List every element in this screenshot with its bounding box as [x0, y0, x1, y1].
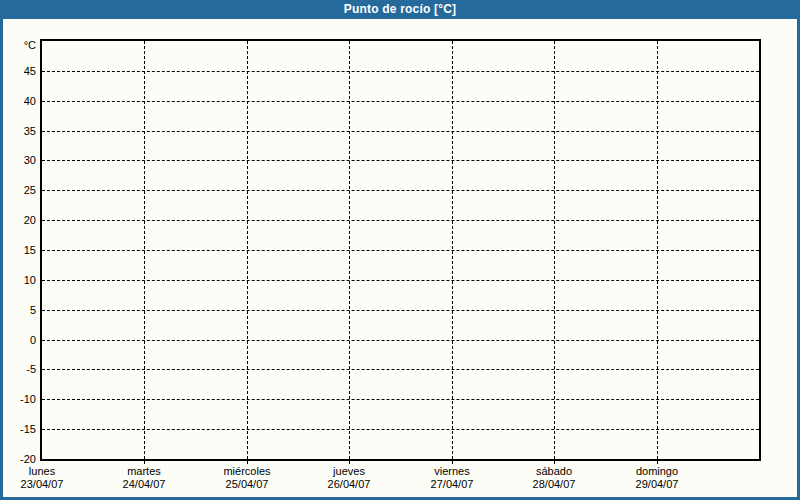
- v-gridline: [144, 41, 145, 459]
- x-axis-tick: [452, 461, 453, 464]
- x-day-date: 24/04/07: [123, 478, 166, 491]
- chart-title-bar: Punto de rocío [°C]: [0, 0, 800, 19]
- x-day-name: sábado: [533, 465, 576, 478]
- x-axis-tick: [657, 461, 658, 464]
- y-axis-unit-label: °C: [0, 39, 36, 52]
- h-gridline: [42, 220, 759, 221]
- x-day-date: 26/04/07: [328, 478, 371, 491]
- y-tick-label: 15: [0, 244, 36, 257]
- h-gridline: [42, 71, 759, 72]
- y-tick-label: 0: [0, 334, 36, 347]
- y-tick-label: 40: [0, 95, 36, 108]
- h-gridline: [42, 429, 759, 430]
- y-tick-label: 45: [0, 65, 36, 78]
- x-day-name: martes: [123, 465, 166, 478]
- x-day-date: 25/04/07: [223, 478, 270, 491]
- chart-title: Punto de rocío [°C]: [344, 2, 457, 16]
- x-axis-tick: [247, 461, 248, 464]
- h-gridline: [42, 250, 759, 251]
- x-day-date: 29/04/07: [636, 478, 679, 491]
- h-gridline: [42, 399, 759, 400]
- v-gridline: [349, 41, 350, 459]
- x-day-name: lunes: [21, 465, 64, 478]
- y-tick-label: 25: [0, 184, 36, 197]
- v-gridline: [554, 41, 555, 459]
- x-day-label: domingo29/04/07: [636, 465, 679, 491]
- x-day-label: miércoles25/04/07: [223, 465, 270, 491]
- x-day-date: 28/04/07: [533, 478, 576, 491]
- x-day-name: jueves: [328, 465, 371, 478]
- y-tick-label: 20: [0, 214, 36, 227]
- x-day-label: martes24/04/07: [123, 465, 166, 491]
- v-gridline: [452, 41, 453, 459]
- x-day-label: lunes23/04/07: [21, 465, 64, 491]
- y-tick-label: 30: [0, 154, 36, 167]
- h-gridline: [42, 369, 759, 370]
- x-day-name: miércoles: [223, 465, 270, 478]
- x-axis-tick: [349, 461, 350, 464]
- x-axis-tick: [554, 461, 555, 464]
- x-day-date: 27/04/07: [431, 478, 474, 491]
- y-tick-label: -10: [0, 393, 36, 406]
- x-day-label: viernes27/04/07: [431, 465, 474, 491]
- x-day-name: viernes: [431, 465, 474, 478]
- h-gridline: [42, 340, 759, 341]
- y-tick-label: 5: [0, 304, 36, 317]
- h-gridline: [42, 190, 759, 191]
- h-gridline: [42, 280, 759, 281]
- h-gridline: [42, 310, 759, 311]
- h-gridline: [42, 131, 759, 132]
- h-gridline: [42, 101, 759, 102]
- x-axis-tick: [144, 461, 145, 464]
- y-tick-label: 10: [0, 274, 36, 287]
- v-gridline: [657, 41, 658, 459]
- y-tick-label: -5: [0, 363, 36, 376]
- v-gridline: [247, 41, 248, 459]
- x-day-date: 23/04/07: [21, 478, 64, 491]
- y-tick-label: 35: [0, 125, 36, 138]
- chart-window: Punto de rocío [°C] 454035302520151050-5…: [0, 0, 800, 500]
- x-day-label: jueves26/04/07: [328, 465, 371, 491]
- h-gridline: [42, 160, 759, 161]
- frame-border-left: [0, 0, 3, 500]
- y-tick-label: -15: [0, 423, 36, 436]
- x-day-label: sábado28/04/07: [533, 465, 576, 491]
- x-day-name: domingo: [636, 465, 679, 478]
